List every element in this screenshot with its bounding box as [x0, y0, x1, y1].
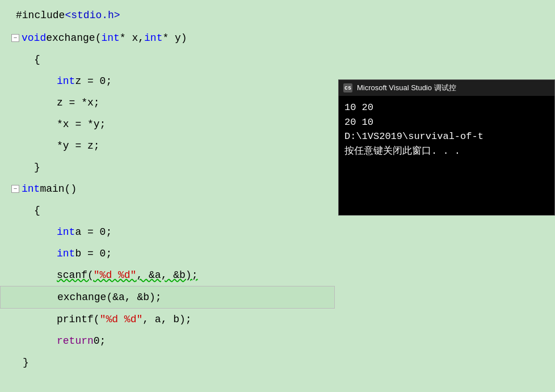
- var-b: b = 0;: [75, 243, 112, 264]
- var-a: a = 0;: [75, 221, 112, 243]
- line-int-b: int b = 0;: [11, 243, 335, 264]
- terminal-icon-label: cs: [344, 85, 351, 91]
- line-int-main: − int main(): [11, 178, 335, 200]
- line-include: #include <stdio.h>: [11, 5, 335, 26]
- fn-scanf: scanf(: [57, 264, 94, 286]
- brace-open-1: {: [23, 49, 40, 70]
- kw-void: void: [22, 27, 46, 49]
- terminal-icon: cs: [343, 83, 352, 92]
- line-brace-open-1: {: [11, 49, 335, 70]
- terminal-line-3: D:\1VS2019\survival-of-t: [344, 129, 549, 144]
- code-y-assign: *y = z;: [57, 135, 100, 157]
- line-void-exchange: − void exchange( int * x, int * y): [11, 27, 335, 49]
- line-x-assign: *x = *y;: [11, 113, 335, 135]
- line-scanf: scanf( "%d %d" , &a, &b);: [11, 264, 335, 286]
- kw-int1: int: [101, 27, 119, 49]
- collapse-btn-exchange[interactable]: −: [11, 34, 19, 42]
- line-y-assign: *y = z;: [11, 135, 335, 157]
- terminal-titlebar: cs Microsoft Visual Studio 调试控: [339, 80, 554, 96]
- str-scanf: "%d %d": [94, 264, 137, 286]
- param-y: * y): [162, 27, 187, 49]
- fn-exchange: exchange(: [46, 27, 101, 49]
- kw-return: return: [57, 330, 94, 352]
- terminal-line-4: 按任意键关闭此窗口. . .: [344, 144, 549, 159]
- line-brace-close-1: }: [11, 157, 335, 178]
- brace-close-1: }: [34, 157, 40, 178]
- main-container: #include <stdio.h> − void exchange( int …: [0, 0, 555, 392]
- code-z-assign: z = *x;: [57, 92, 100, 113]
- include-hash: #include: [16, 5, 65, 26]
- val-return: 0;: [94, 330, 106, 352]
- line-brace-open-2: {: [11, 200, 335, 221]
- line-z-assign: z = *x;: [11, 92, 335, 113]
- collapse-btn-main[interactable]: −: [11, 185, 19, 193]
- line-return: return 0;: [11, 330, 335, 352]
- fn-printf: printf(: [57, 309, 100, 330]
- kw-int-a: int: [57, 221, 75, 243]
- fn-exchange-call: exchange(&a, &b);: [46, 286, 162, 308]
- kw-int-main: int: [22, 178, 40, 200]
- brace-open-2: {: [34, 200, 40, 221]
- fn-main: main(): [40, 178, 77, 200]
- line-printf: printf( "%d %d" , a, b);: [11, 309, 335, 330]
- str-printf: "%d %d": [100, 309, 143, 330]
- line-int-z: int z = 0;: [11, 70, 335, 92]
- code-x-assign: *x = *y;: [57, 113, 106, 135]
- terminal-body: 10 20 20 10 D:\1VS2019\survival-of-t 按任意…: [339, 96, 554, 215]
- terminal-line-1: 10 20: [344, 100, 549, 115]
- include-file: <stdio.h>: [65, 5, 120, 26]
- kw-int-b: int: [57, 243, 75, 264]
- kw-int2: int: [144, 27, 162, 49]
- args-printf: , a, b);: [142, 309, 191, 330]
- brace-close-2: }: [23, 352, 29, 373]
- args-scanf: , &a, &b);: [136, 264, 197, 286]
- code-editor: #include <stdio.h> − void exchange( int …: [0, 0, 335, 392]
- param-x: * x,: [120, 27, 144, 49]
- kw-int-z: int: [57, 70, 75, 92]
- terminal-window: cs Microsoft Visual Studio 调试控 10 20 20 …: [338, 79, 555, 216]
- var-z: z = 0;: [75, 70, 112, 92]
- terminal-line-2: 20 10: [344, 115, 549, 130]
- terminal-title: Microsoft Visual Studio 调试控: [357, 83, 456, 93]
- code-lines: #include <stdio.h> − void exchange( int …: [0, 0, 335, 378]
- line-exchange-call: exchange(&a, &b);: [0, 286, 335, 309]
- line-brace-close-2: }: [11, 352, 335, 373]
- line-int-a: int a = 0;: [11, 221, 335, 243]
